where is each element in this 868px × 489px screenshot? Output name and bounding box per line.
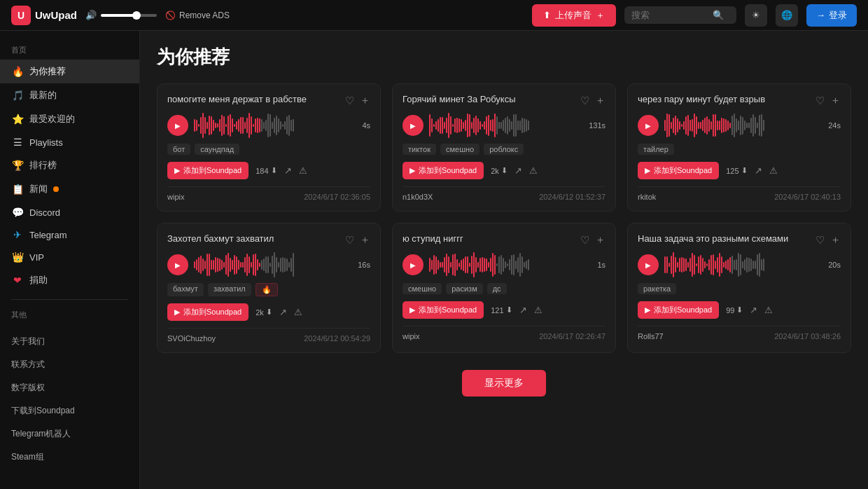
- waveform-bar: [448, 113, 449, 138]
- waveform-bar: [429, 258, 430, 272]
- card-author: n1k0d3X: [402, 193, 433, 201]
- waveform-bar: [696, 116, 697, 135]
- add-to-soundpad-button[interactable]: ▶ 添加到Soundpad: [638, 301, 719, 319]
- report-icon[interactable]: ⚠: [764, 305, 773, 315]
- add-to-soundpad-button[interactable]: ▶ 添加到Soundpad: [402, 301, 484, 319]
- tag[interactable]: роблокс: [484, 144, 524, 155]
- volume-slider[interactable]: [101, 14, 157, 17]
- waveform-bar: [196, 259, 197, 270]
- like-icon[interactable]: ♡: [580, 95, 589, 107]
- add-to-soundpad-button[interactable]: ▶ 添加到Soundpad: [167, 303, 248, 321]
- tag[interactable]: ракетка: [638, 283, 676, 294]
- upload-button[interactable]: ⬆ 上传声音 ＋: [532, 4, 616, 27]
- sidebar-item-telegram[interactable]: ✈ Telegram: [0, 223, 139, 246]
- tag[interactable]: тайлер: [638, 144, 674, 155]
- cards-grid: помогите меня держат в рабстве ♡ ＋ ▶ 4s …: [157, 83, 851, 353]
- theme-toggle-button[interactable]: ☀: [745, 4, 767, 27]
- report-icon[interactable]: ⚠: [769, 165, 778, 176]
- sidebar-item-donate[interactable]: ❤ 捐助: [0, 268, 139, 292]
- report-icon[interactable]: ⚠: [529, 165, 538, 176]
- add-icon[interactable]: ＋: [830, 94, 841, 107]
- play-button[interactable]: ▶: [638, 115, 659, 136]
- add-icon[interactable]: ＋: [595, 94, 606, 107]
- like-icon[interactable]: ♡: [345, 234, 354, 247]
- play-button[interactable]: ▶: [638, 254, 659, 275]
- tag[interactable]: бот: [167, 144, 190, 155]
- sidebar-item-discord[interactable]: 💬 Discord: [0, 201, 139, 223]
- add-to-soundpad-button[interactable]: ▶ 添加到Soundpad: [402, 162, 484, 179]
- show-more-button[interactable]: 显示更多: [462, 370, 546, 397]
- card-header: через пару минут будет взрыв ♡ ＋: [638, 94, 841, 107]
- sidebar-item-vip[interactable]: 👑 VIP: [0, 246, 139, 268]
- tag[interactable]: смешно: [402, 283, 442, 294]
- sidebar-item-playlists[interactable]: ☰ Playlists: [0, 131, 139, 153]
- play-button[interactable]: ▶: [167, 254, 188, 275]
- waveform-bar: [240, 117, 241, 134]
- remove-ads[interactable]: 🚫 Remove ADS: [165, 11, 230, 20]
- tag[interactable]: бахмут: [167, 283, 204, 296]
- tag[interactable]: захватил: [208, 283, 251, 296]
- sidebar-item-recommended[interactable]: 🔥 为你推荐: [0, 60, 139, 83]
- waveform-bar: [761, 259, 762, 270]
- sidebar-item-copyright[interactable]: 数字版权: [0, 376, 139, 399]
- report-icon[interactable]: ⚠: [294, 307, 302, 317]
- sidebar-item-contact[interactable]: 联系方式: [0, 353, 139, 376]
- waveform-bar: [276, 257, 277, 273]
- play-button[interactable]: ▶: [402, 254, 424, 275]
- play-button[interactable]: ▶: [402, 115, 424, 136]
- tag[interactable]: смешно: [440, 144, 479, 155]
- add-to-soundpad-button[interactable]: ▶ 添加到Soundpad: [167, 162, 248, 179]
- waveform-bar: [433, 124, 435, 127]
- share-icon[interactable]: ↗: [750, 305, 757, 315]
- waveform-bar: [219, 119, 220, 132]
- tag[interactable]: расизм: [446, 283, 483, 294]
- language-button[interactable]: 🌐: [776, 4, 798, 27]
- waveform-bar: [194, 119, 195, 132]
- waveform-bar: [274, 118, 275, 133]
- sidebar-item-about[interactable]: 关于我们: [0, 330, 139, 353]
- like-icon[interactable]: ♡: [580, 234, 589, 247]
- report-icon[interactable]: ⚠: [299, 165, 307, 176]
- hot-tag[interactable]: 🔥: [255, 283, 278, 296]
- share-icon[interactable]: ↗: [519, 305, 527, 315]
- like-icon[interactable]: ♡: [345, 95, 354, 107]
- like-icon[interactable]: ♡: [816, 234, 825, 247]
- sidebar-item-rankings[interactable]: 🏆 排行榜: [0, 153, 139, 177]
- search-box[interactable]: 🔍: [624, 6, 736, 24]
- tag[interactable]: саундпад: [195, 144, 239, 155]
- add-to-soundpad-button[interactable]: ▶ 添加到Soundpad: [638, 162, 719, 179]
- sidebar-item-popular[interactable]: ⭐ 最受欢迎的: [0, 107, 139, 131]
- waveform-bar: [492, 119, 493, 132]
- waveform-bar: [494, 255, 496, 275]
- add-icon[interactable]: ＋: [360, 233, 370, 247]
- waveform-bar: [482, 257, 483, 272]
- sidebar-item-tgbot[interactable]: Telegram机器人: [0, 422, 139, 446]
- add-icon[interactable]: ＋: [595, 233, 606, 247]
- waveform-bar: [234, 255, 235, 275]
- like-icon[interactable]: ♡: [816, 95, 825, 107]
- share-icon[interactable]: ↗: [755, 165, 762, 176]
- waveform-bar: [717, 257, 718, 273]
- sidebar-item-latest[interactable]: 🎵 最新的: [0, 83, 139, 107]
- tag[interactable]: тикток: [402, 144, 436, 155]
- waveform-bar: [206, 122, 208, 129]
- sidebar-item-news[interactable]: 📋 新闻: [0, 177, 139, 201]
- add-icon[interactable]: ＋: [360, 94, 370, 107]
- login-button[interactable]: → 登录: [806, 4, 857, 27]
- waveform-bar: [482, 124, 483, 128]
- share-icon[interactable]: ↗: [514, 165, 522, 176]
- share-icon[interactable]: ↗: [284, 165, 292, 176]
- sidebar-item-download[interactable]: 下载到Soundpad: [0, 399, 139, 422]
- soundpad-label: 添加到Soundpad: [654, 165, 712, 176]
- tag[interactable]: дс: [487, 283, 507, 294]
- sidebar-item-label: 排行榜: [29, 159, 57, 172]
- play-button[interactable]: ▶: [167, 115, 188, 136]
- share-icon[interactable]: ↗: [279, 307, 287, 317]
- waveform-bar: [700, 122, 701, 129]
- add-icon[interactable]: ＋: [830, 233, 841, 247]
- search-input[interactable]: [631, 10, 708, 20]
- waveform-bar: [461, 260, 462, 270]
- report-icon[interactable]: ⚠: [534, 305, 542, 315]
- sidebar-item-steam[interactable]: Steam组: [0, 446, 139, 469]
- waveform-bar: [293, 119, 294, 132]
